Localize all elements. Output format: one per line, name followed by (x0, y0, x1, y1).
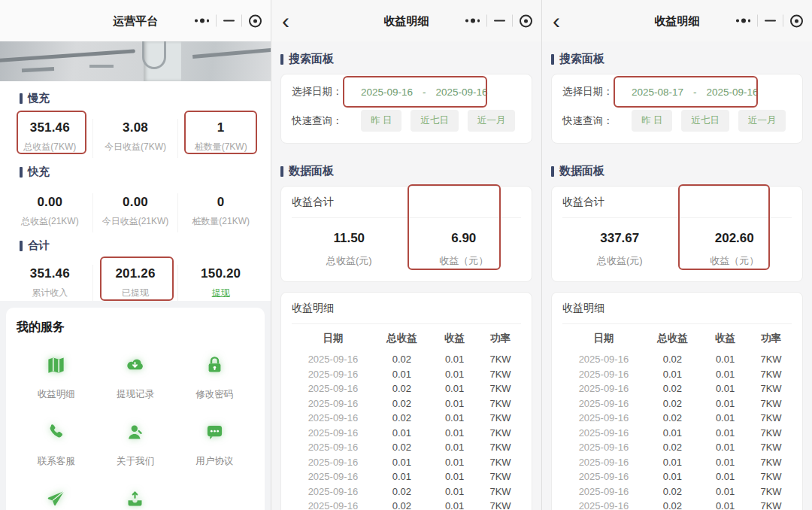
app-header: 收益明细 (542, 0, 812, 41)
app-header: 运营平台 (0, 0, 271, 41)
table-row: 2025-09-160.010.017KW (292, 426, 521, 441)
service-item[interactable] (17, 489, 95, 510)
date-start: 2025-08-17 (632, 87, 683, 98)
revenue-summary-card: 收益合计 337.67 总收益(元) 202.60 收益（元） (551, 186, 803, 282)
table-row: 2025-09-160.010.017KW (562, 455, 792, 470)
summary-title: 收益合计 (292, 196, 521, 218)
date-start: 2025-09-16 (361, 87, 413, 98)
service-label: 关于我们 (117, 455, 154, 468)
quick-query-button-2[interactable]: 近一月 (738, 110, 786, 132)
miniprogram-capsule (736, 14, 803, 27)
table-row: 2025-09-160.020.017KW (562, 381, 792, 396)
more-dots-icon[interactable] (195, 19, 209, 23)
table-row: 2025-09-160.010.017KW (292, 367, 521, 382)
quick-query-button-0[interactable]: 昨 日 (361, 110, 401, 132)
search-panel-title: 搜索面板 (280, 52, 532, 66)
fast-charge-stats: 0.00 总收益(21KW) 0.00 今日收益(21KW) 0 桩数量(21K… (8, 193, 263, 232)
quick-query-row: 快速查询： 昨 日近七日近一月 (292, 110, 521, 132)
table-row: 2025-09-160.020.017KW (562, 499, 792, 510)
service-label: 联系客服 (38, 455, 75, 468)
section-marker (20, 241, 23, 251)
minimize-icon[interactable] (494, 20, 505, 21)
capsule-divider (486, 15, 487, 27)
capsule-divider (216, 15, 217, 27)
service-item-关于我们[interactable]: 关于我们 (95, 422, 174, 468)
date-range-picker[interactable]: 2025-08-17 - 2025-09-16 (623, 87, 759, 98)
date-select-row: 选择日期： 2025-09-16 - 2025-09-16 (292, 85, 521, 99)
circle-close-icon[interactable] (520, 14, 532, 27)
chat-icon (205, 422, 225, 445)
panel-revenue-detail-day: 收益明细 搜索面板 选择日期： 2025-09-16 - (271, 0, 541, 510)
section-title-slow-charge: 慢充 (20, 91, 50, 105)
table-row: 2025-09-160.020.017KW (562, 396, 792, 411)
table-row: 2025-09-160.020.017KW (292, 440, 521, 455)
circle-close-icon[interactable] (790, 14, 803, 27)
service-item-收益明细[interactable]: 收益明细 (17, 355, 95, 401)
stat-total-revenue-7kw: 351.46 总收益(7KW) (8, 119, 92, 158)
map-icon (46, 355, 66, 378)
service-label: 用户协议 (195, 455, 233, 468)
more-dots-icon[interactable] (736, 19, 750, 23)
capsule-divider (512, 15, 513, 27)
quick-query-buttons: 昨 日近七日近一月 (361, 110, 515, 132)
table-row: 2025-09-160.010.017KW (562, 426, 792, 441)
table-header: 日期 总收益 收益 功率 (292, 332, 521, 352)
phone-icon (46, 422, 66, 445)
circle-close-icon[interactable] (249, 14, 262, 27)
services-card: 我的服务 收益明细提现记录修改密码联系客服关于我们用户协议 (6, 308, 265, 510)
withdraw-link[interactable]: 提现 (178, 287, 263, 299)
service-item-提现记录[interactable]: 提现记录 (95, 355, 174, 401)
quick-query-button-1[interactable]: 近七日 (681, 110, 729, 132)
quick-query-button-2[interactable]: 近一月 (468, 110, 516, 132)
date-select-row: 选择日期： 2025-08-17 - 2025-09-16 (562, 85, 792, 99)
revenue-table-card: 收益明细 日期 总收益 收益 功率 2025-09-160.020.017KW2… (280, 292, 532, 510)
minimize-icon[interactable] (765, 20, 776, 21)
stat-today-revenue-21kw: 0.00 今日收益(21KW) (92, 193, 178, 232)
back-arrow-icon[interactable] (282, 10, 289, 32)
table-row: 2025-09-160.020.017KW (292, 499, 521, 510)
capsule-divider (757, 15, 758, 27)
section-marker (20, 93, 23, 104)
screen: 运营平台 慢充 351.46 总收益(7KW) 3.08 (0, 0, 812, 510)
stat-pile-count-7kw: 1 桩数量(7KW) (177, 119, 263, 158)
service-item-用户协议[interactable]: 用户协议 (175, 422, 254, 468)
quick-query-button-0[interactable]: 昨 日 (632, 110, 672, 132)
service-label: 收益明细 (38, 388, 75, 401)
inbox-icon (125, 489, 145, 510)
summary-income: 202.60 收益（元） (677, 231, 792, 268)
summary-total: 11.50 总收益(元) (292, 231, 407, 268)
panel-revenue-detail-month: 收益明细 搜索面板 选择日期： 2025-08-17 - (541, 0, 812, 510)
send-icon (46, 489, 66, 510)
date-separator: - (693, 87, 697, 98)
quick-query-button-1[interactable]: 近七日 (411, 110, 459, 132)
more-dots-icon[interactable] (465, 19, 480, 23)
app-header: 收益明细 (271, 0, 541, 41)
table-row: 2025-09-160.010.017KW (562, 367, 792, 382)
revenue-summary-card: 收益合计 11.50 总收益(元) 6.90 收益（元） (280, 186, 532, 282)
page-title: 运营平台 (113, 14, 158, 28)
table-row: 2025-09-160.020.017KW (292, 381, 521, 396)
summary-income: 6.90 收益（元） (407, 231, 522, 268)
table-row: 2025-09-160.020.017KW (292, 396, 521, 411)
minimize-icon[interactable] (223, 20, 235, 21)
section-title-fast-charge: 快充 (20, 165, 50, 179)
stat-pile-count-21kw: 0 桩数量(21KW) (177, 193, 263, 232)
stat-withdrawn: 201.26 已提现 (92, 265, 178, 304)
section-marker (551, 54, 554, 65)
data-panel-title: 数据面板 (551, 164, 803, 178)
service-item[interactable] (95, 489, 174, 510)
date-range-picker[interactable]: 2025-09-16 - 2025-09-16 (352, 87, 488, 98)
miniprogram-capsule (465, 14, 532, 27)
page-title: 收益明细 (384, 14, 429, 28)
stat-today-revenue-7kw: 3.08 今日收益(7KW) (92, 119, 178, 158)
page-body: 搜索面板 选择日期： 2025-09-16 - 2025-09-16 快速查询：… (271, 41, 541, 510)
service-item-修改密码[interactable]: 修改密码 (175, 355, 254, 401)
capsule-divider (241, 15, 242, 27)
services-grid: 收益明细提现记录修改密码联系客服关于我们用户协议 (17, 355, 254, 510)
table-row: 2025-09-160.020.017KW (562, 411, 792, 426)
capsule-divider (783, 15, 783, 27)
back-arrow-icon[interactable] (553, 10, 560, 32)
quick-query-buttons: 昨 日近七日近一月 (632, 110, 786, 132)
section-title-total: 合计 (20, 238, 50, 253)
service-item-联系客服[interactable]: 联系客服 (17, 422, 95, 468)
